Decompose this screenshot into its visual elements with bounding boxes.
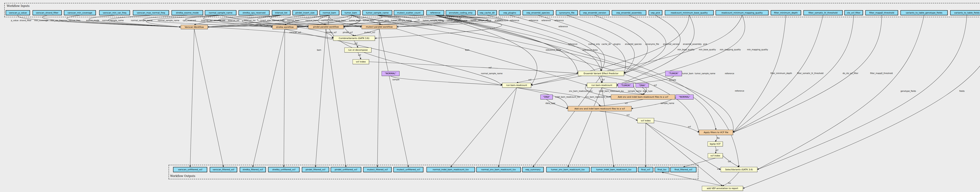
input-pindel_insert_size[interactable]: pindel_insert_size bbox=[293, 10, 318, 15]
output-varscan_filtered_vcf[interactable]: varscan_filtered_vcf bbox=[210, 167, 237, 172]
edge-pindel_wf-to-pindel_unfiltered_vcf bbox=[326, 29, 346, 167]
input-readcount_minimum_base_quality[interactable]: readcount_minimum_base_quality bbox=[665, 10, 714, 15]
edge-normalA-to-rc_normal bbox=[391, 76, 502, 85]
step-normalA[interactable]: "NORMAL" bbox=[382, 71, 399, 76]
input-normal_sample_name[interactable]: normal_sample_name bbox=[205, 10, 236, 15]
edge-rc_tumor-to-tumor_indel_bam_readcount_tsv bbox=[602, 88, 614, 167]
edge-vep-to-rc_tumor bbox=[601, 76, 603, 83]
output-final_filtered_vcf[interactable]: final_filtered_vcf bbox=[670, 167, 697, 172]
edge-vep-to-vep_summary bbox=[533, 76, 601, 167]
edge-dna1-to-add1 bbox=[642, 87, 646, 95]
input-filter_mapq0_threshold[interactable]: filter_mapq0_threshold bbox=[865, 10, 898, 15]
output-mutect_filtered_vcf[interactable]: mutect_filtered_vcf bbox=[363, 167, 391, 172]
input-varscan_max_normal_freq[interactable]: varscan_max_normal_freq bbox=[133, 10, 169, 15]
input-vep_ensembl_version[interactable]: vep_ensembl_version bbox=[579, 10, 609, 15]
step-applyf[interactable]: Apply filters to VCF file bbox=[699, 130, 733, 135]
edge-bgzip-to-index3 bbox=[715, 146, 716, 153]
output-normal_indel_bam_readcount_tsv[interactable]: normal_indel_bam_readcount_tsv bbox=[426, 167, 475, 172]
step-strelka_wf[interactable]: strelka workflow bbox=[272, 25, 297, 29]
output-tumor_snv_bam_readcount_tsv[interactable]: tumor_snv_bam_readcount_tsv bbox=[546, 167, 590, 172]
workflow-graph: Workflow Inputs Workflow Outputs varscan… bbox=[0, 0, 980, 192]
step-add1[interactable]: Add snv and indel bam-readcount files to… bbox=[611, 95, 675, 100]
output-pindel_filtered_vcf[interactable]: pindel_filtered_vcf bbox=[302, 167, 329, 172]
input-vep_plugins[interactable]: vep_plugins bbox=[499, 10, 520, 15]
step-rc_tumor[interactable]: run bam-readcount bbox=[587, 83, 617, 88]
edge-filter_minimum_depth-to-applyf bbox=[733, 15, 786, 133]
output-varscan_unfiltered_vcf[interactable]: varscan_unfiltered_vcf bbox=[173, 167, 207, 172]
input-varscan_p_value[interactable]: varscan_p_value bbox=[6, 10, 30, 15]
step-addvep[interactable]: add VEP annotation to report bbox=[702, 186, 743, 191]
edge-decompose-to-index1 bbox=[358, 52, 361, 59]
input-filter_minimum_depth[interactable]: filter_minimum_depth bbox=[771, 10, 801, 15]
output-vep_summary[interactable]: vep_summary bbox=[522, 167, 544, 172]
input-normal_bam[interactable]: normal_bam bbox=[320, 10, 339, 15]
input-interval_list[interactable]: interval_list bbox=[272, 10, 291, 15]
input-vep_ensembl_species[interactable]: vep_ensembl_species bbox=[523, 10, 554, 15]
step-decompose[interactable]: run vt decompose bbox=[344, 48, 371, 52]
step-normal2[interactable]: "NORMAL" bbox=[676, 95, 694, 100]
edge-rc_normal-to-normal_indel_bam_readcount_tsv bbox=[451, 88, 517, 167]
input-synonyms_file[interactable]: synonyms_file bbox=[556, 10, 578, 15]
edge-applyf-to-bgzip bbox=[715, 135, 717, 141]
input-reference[interactable]: reference bbox=[426, 10, 444, 15]
input-strelka_cpu_reserved[interactable]: strelka_cpu_reserved bbox=[239, 10, 269, 15]
step-varscan_wf[interactable]: Varscan Workflow bbox=[181, 25, 208, 29]
output-final_vcf[interactable]: final_vcf bbox=[638, 167, 653, 172]
input-filter_somatic_llr_threshold[interactable]: filter_somatic_llr_threshold bbox=[803, 10, 843, 15]
workflow-edges bbox=[0, 0, 980, 192]
step-dna2[interactable]: "DNA" bbox=[540, 95, 553, 100]
step-index2[interactable]: vcf index bbox=[637, 118, 654, 123]
input-variants_to_table_fields[interactable]: variants_to_table_fields bbox=[950, 10, 980, 15]
input-vep_cache_dir[interactable]: vep_cache_dir bbox=[477, 10, 497, 15]
edge-vep_ensembl_assembly-to-vep bbox=[624, 15, 666, 73]
step-mutect_wf[interactable]: mutect parallel workflow bbox=[362, 25, 397, 29]
output-normal_snv_bam_readcount_tsv[interactable]: normal_snv_bam_readcount_tsv bbox=[476, 167, 521, 172]
input-varscan_strand_filter[interactable]: varscan_strand_filter bbox=[33, 10, 62, 15]
input-varscan_min_coverage[interactable]: varscan_min_coverage bbox=[64, 10, 96, 15]
step-selectv[interactable]: SelectVariants (GATK 3.6) bbox=[721, 167, 757, 172]
edge-vep_pick-to-vep bbox=[624, 15, 680, 73]
output-strelka_filtered_vcf[interactable]: strelka_filtered_vcf bbox=[240, 167, 266, 172]
edge-vep_cache_dir-to-vep bbox=[487, 15, 601, 71]
step-vep[interactable]: Ensembl Variant Effect Predictor bbox=[578, 71, 624, 76]
edge-variants_to_table_fields-to-selectv bbox=[757, 15, 967, 170]
edge-index2-to-final_vcf bbox=[646, 123, 646, 167]
edge-rc_normal-to-normal_snv_bam_readcount_tsv bbox=[499, 88, 517, 167]
output-tumor_indel_bam_readcount_tsv[interactable]: tumor_indel_bam_readcount_tsv bbox=[591, 167, 637, 172]
step-dna1[interactable]: "DNA" bbox=[636, 83, 649, 87]
step-rc_normal[interactable]: run bam-readcount bbox=[502, 83, 531, 88]
edge-varscan_wf-to-varscan_filtered_vcf bbox=[194, 29, 223, 167]
step-pindel_wf[interactable]: pindel parallel workflow bbox=[308, 25, 344, 29]
step-combine[interactable]: CombineVariants (GATK 3.6) bbox=[333, 36, 375, 41]
step-index1[interactable]: vcf index bbox=[353, 59, 369, 64]
edge-filter_somatic_llr_threshold-to-applyf bbox=[733, 15, 823, 133]
input-variants_to_table_genotype_fields[interactable]: variants_to_table_genotype_fields bbox=[900, 10, 948, 15]
step-index3[interactable]: vcf index bbox=[708, 153, 723, 158]
step-bgzip[interactable]: bgzip VCF bbox=[708, 141, 723, 146]
output-mutect_unfiltered_vcf[interactable]: mutect_unfiltered_vcf bbox=[393, 167, 423, 172]
edge-selectv-to-addvep bbox=[722, 172, 739, 186]
input-tumor_sample_name[interactable]: tumor_sample_name bbox=[363, 10, 392, 15]
step-tumor1[interactable]: "TUMOR" bbox=[665, 71, 682, 76]
workflow-inputs-title: Workflow Inputs bbox=[7, 4, 30, 8]
input-vep_pick[interactable]: vep_pick bbox=[649, 10, 662, 15]
input-annotate_coding_only[interactable]: annotate_coding_only bbox=[446, 10, 476, 15]
input-strelka_exome_mode[interactable]: strelka_exome_mode bbox=[172, 10, 203, 15]
step-add2[interactable]: Add snv and indel bam-readcount files to… bbox=[568, 106, 632, 111]
step-tumor2[interactable]: "TUMOR" bbox=[618, 83, 634, 87]
edge-rc_normal-to-add2 bbox=[517, 88, 600, 106]
input-tumor_bam[interactable]: tumor_bam bbox=[341, 10, 360, 15]
input-cle_vcf_filter[interactable]: cle_vcf_filter bbox=[844, 10, 863, 15]
output-strelka_unfiltered_vcf[interactable]: strelka_unfiltered_vcf bbox=[268, 167, 299, 172]
output-final_tsv[interactable]: final_tsv bbox=[655, 167, 669, 172]
edge-reference-to-rc_tumor bbox=[435, 15, 602, 83]
edge-cle_vcf_filter-to-applyf bbox=[733, 15, 854, 133]
edge-varscan_wf-to-varscan_unfiltered_vcf bbox=[190, 29, 194, 167]
output-pindel_unfiltered_vcf[interactable]: pindel_unfiltered_vcf bbox=[331, 167, 361, 172]
input-varscan_min_var_freq[interactable]: varscan_min_var_freq bbox=[99, 10, 130, 15]
edge-varscan_min_var_freq-to-varscan_wf bbox=[89, 15, 181, 27]
edge-pindel_wf-to-combine bbox=[344, 27, 354, 36]
input-mutect_scatter_count[interactable]: mutect_scatter_count bbox=[394, 10, 424, 15]
input-readcount_minimum_mapping_quality[interactable]: readcount_minimum_mapping_quality bbox=[716, 10, 768, 15]
input-vep_ensembl_assembly[interactable]: vep_ensembl_assembly bbox=[612, 10, 646, 15]
